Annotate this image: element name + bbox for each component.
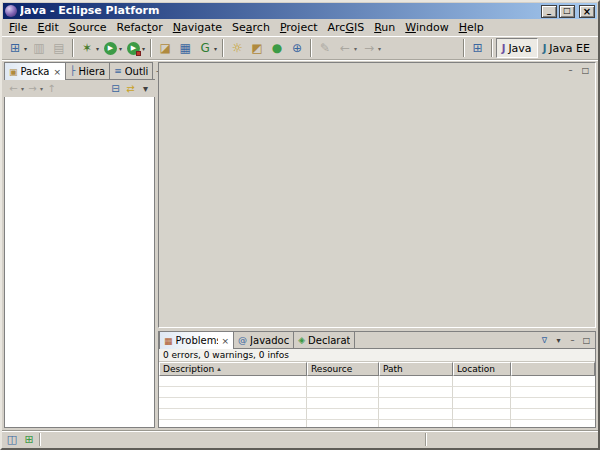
debug-icon: ✶ xyxy=(79,40,95,56)
column-header-location[interactable]: Location xyxy=(453,362,511,376)
left-view-tabs: ▣Packa×├Hiera≡Outli–□ xyxy=(4,62,155,80)
new-package-button[interactable]: ◩ xyxy=(247,38,267,58)
web-browser-icon: ⊕ xyxy=(289,40,305,56)
menu-help[interactable]: Help xyxy=(454,20,489,35)
problems-table-header: Description▴ResourcePathLocation xyxy=(159,362,595,376)
maximize-button[interactable]: □ xyxy=(580,65,591,76)
new-table-icon: ▦ xyxy=(177,40,193,56)
menu-file[interactable]: File xyxy=(4,20,32,35)
column-header-path[interactable]: Path xyxy=(379,362,453,376)
table-cell xyxy=(307,387,379,398)
window-title: Java - Eclipse Platform xyxy=(20,4,538,18)
new-class-icon: ● xyxy=(269,40,285,56)
table-cell xyxy=(379,376,453,387)
run-button[interactable]: ▶▾ xyxy=(101,38,124,58)
table-cell xyxy=(511,387,595,398)
table-cell xyxy=(307,376,379,387)
web-browser-button[interactable]: ⊕ xyxy=(287,38,307,58)
column-header-description[interactable]: Description▴ xyxy=(159,362,307,376)
tab-hierarchy[interactable]: ├Hiera xyxy=(65,62,110,79)
tab-label: Javadoc xyxy=(250,335,289,346)
debug-button[interactable]: ✶▾ xyxy=(77,38,101,58)
table-cell xyxy=(159,376,307,387)
close-icon[interactable]: × xyxy=(53,67,61,77)
menu-window[interactable]: Window xyxy=(400,20,453,35)
java-ee-perspective-icon: J xyxy=(543,43,547,54)
dropdown-arrow-icon: ▾ xyxy=(354,45,357,52)
new-java-project-button[interactable]: ◪ xyxy=(155,38,175,58)
close-icon[interactable]: × xyxy=(222,336,230,346)
toolbar-separator xyxy=(310,39,312,57)
dropdown-arrow-icon: ▾ xyxy=(142,45,145,52)
tab-javadoc[interactable]: @Javadoc xyxy=(233,331,294,348)
perspective-java-button[interactable]: JJava xyxy=(496,38,538,58)
toolbar-separator xyxy=(491,39,493,57)
menu-edit[interactable]: Edit xyxy=(32,20,63,35)
save-icon: ▥ xyxy=(31,40,47,56)
minimize-button[interactable]: _ xyxy=(541,5,557,18)
menu-search[interactable]: Search xyxy=(227,20,275,35)
collapse-all-button[interactable]: ⊟ xyxy=(108,81,123,96)
dropdown-arrow-icon: ▾ xyxy=(378,45,381,52)
menu-navigate[interactable]: Navigate xyxy=(168,20,227,35)
dropdown-arrow-icon: ▾ xyxy=(214,45,217,52)
badge-icon xyxy=(136,51,141,56)
lightbulb-button[interactable]: ☼ xyxy=(227,38,247,58)
column-header-resource[interactable]: Resource xyxy=(307,362,379,376)
run-icon: ▶ xyxy=(104,42,117,55)
view-menu-button[interactable]: ▾ xyxy=(138,81,153,96)
tab-outline[interactable]: ≡Outli xyxy=(109,62,153,79)
hierarchy-icon: ├ xyxy=(70,66,75,76)
table-cell xyxy=(159,387,307,398)
package-explorer-tree[interactable] xyxy=(4,97,155,428)
view-menu-icon: ▾ xyxy=(139,82,152,95)
view-corner-buttons: ∇▾–□ xyxy=(539,335,595,348)
tab-problems[interactable]: ▦Problems× xyxy=(159,331,234,349)
eclipse-logo-icon xyxy=(5,5,17,17)
menu-arcgis[interactable]: ArcGIS xyxy=(323,20,370,35)
external-tools-button[interactable]: ▶▾ xyxy=(124,38,147,58)
menu-refactor[interactable]: Refactor xyxy=(112,20,168,35)
editor-area: –□ xyxy=(158,62,596,328)
close-button[interactable]: × xyxy=(579,5,595,18)
new-table-button[interactable]: ▦ xyxy=(175,38,195,58)
tab-declaration[interactable]: ◈Declaration xyxy=(293,331,355,348)
open-perspective-icon: ⊞ xyxy=(470,40,486,56)
perspective-java-ee-button[interactable]: JJava EE xyxy=(538,38,595,58)
arcgis-button[interactable]: G▾ xyxy=(195,38,219,58)
table-cell xyxy=(511,409,595,420)
new-class-button[interactable]: ● xyxy=(267,38,287,58)
workbench: ▣Packa×├Hiera≡Outli–□ ←▾→▾↑⊟⇄▾ –□ ▦Probl… xyxy=(2,60,598,430)
tab-package-explorer[interactable]: ▣Packa× xyxy=(4,62,66,80)
filter-button[interactable]: ∇ xyxy=(539,335,550,346)
toolbar-separator xyxy=(463,39,465,57)
show-view-button[interactable]: ⊞ xyxy=(22,433,36,447)
menu-run[interactable]: Run xyxy=(369,20,400,35)
new-wizard-button[interactable]: ⊞▾ xyxy=(5,38,29,58)
table-cell xyxy=(307,409,379,420)
toolbar-separator xyxy=(150,39,152,57)
problems-icon: ▦ xyxy=(164,336,173,346)
menu-source[interactable]: Source xyxy=(64,20,112,35)
table-cell xyxy=(379,398,453,409)
title-bar: Java - Eclipse Platform _□× xyxy=(3,3,597,19)
new-package-icon: ◩ xyxy=(249,40,265,56)
window-controls: _□× xyxy=(541,5,595,18)
forward-icon: → xyxy=(361,40,377,56)
table-cell xyxy=(511,398,595,409)
external-tools-icon: ▶ xyxy=(127,42,140,55)
maximize-button[interactable]: □ xyxy=(559,5,575,18)
link-with-editor-button[interactable]: ⇄ xyxy=(123,81,138,96)
minimize-button[interactable]: – xyxy=(567,335,578,346)
menu-project[interactable]: Project xyxy=(275,20,323,35)
maximize-button[interactable]: □ xyxy=(581,335,592,346)
minimize-button[interactable]: – xyxy=(565,65,576,76)
left-view-toolbar: ←▾→▾↑⊟⇄▾ xyxy=(4,80,155,97)
table-cell xyxy=(511,420,595,427)
fast-view-button[interactable]: ◫ xyxy=(5,433,19,447)
view-menu-button[interactable]: ▾ xyxy=(553,335,564,346)
bottom-view-tabs: ▦Problems×@Javadoc◈Declaration∇▾–□ xyxy=(159,331,595,349)
perspective-label: Java xyxy=(508,42,531,55)
open-perspective-button[interactable]: ⊞ xyxy=(468,38,488,58)
perspective-label: Java EE xyxy=(549,42,590,55)
